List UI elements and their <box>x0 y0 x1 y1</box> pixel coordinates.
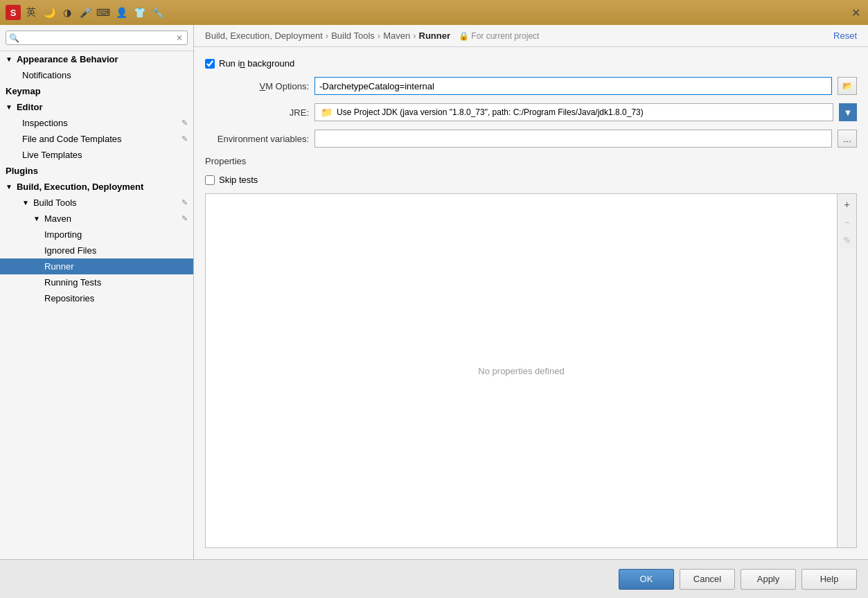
title-bar-icons: S 英 🌙 ◑ 🎤 ⌨ 👤 👕 🔧 <box>6 5 165 20</box>
breadcrumb-part1: Build, Execution, Deployment <box>205 30 323 41</box>
mic-icon[interactable]: 🎤 <box>78 5 93 20</box>
environment-variables-input[interactable] <box>315 130 832 148</box>
breadcrumb-current: Runner <box>419 30 451 41</box>
sidebar-item-build-tools-label: Build Tools <box>33 197 77 208</box>
sidebar-item-build-execution[interactable]: ▼ Build, Execution, Deployment <box>0 179 193 195</box>
vm-options-input[interactable]: -DarchetypeCatalog=internal <box>315 77 832 95</box>
sidebar-item-maven-label: Maven <box>44 213 71 224</box>
jre-row: JRE: 📁 Use Project JDK (java version "1.… <box>205 103 857 121</box>
sidebar-item-file-code-templates[interactable]: File and Code Templates ✎ <box>0 131 193 147</box>
environment-variables-more-button[interactable]: … <box>838 130 857 148</box>
jre-dropdown-arrow[interactable]: ▼ <box>839 103 857 121</box>
search-input-wrap: 🔍 maven ✕ <box>6 30 188 45</box>
sidebar-item-keymap-label: Keymap <box>6 86 41 96</box>
breadcrumb-sep3: › <box>413 30 416 41</box>
shirt-icon[interactable]: 👕 <box>132 5 147 20</box>
sidebar-item-importing-label: Importing <box>44 229 82 240</box>
jre-label: JRE: <box>205 107 309 118</box>
close-button[interactable]: ✕ <box>849 6 862 19</box>
sidebar-item-notifications[interactable]: Notifications <box>0 67 193 83</box>
search-clear-button[interactable]: ✕ <box>175 33 184 43</box>
properties-content: No properties defined <box>206 194 837 547</box>
properties-title: Properties <box>205 156 857 166</box>
expand-arrow-maven: ▼ <box>33 215 40 222</box>
run-in-background-checkbox[interactable] <box>205 59 215 69</box>
ok-button[interactable]: OK <box>619 569 674 590</box>
lang-icon[interactable]: 英 <box>24 5 39 20</box>
environment-variables-row: Environment variables: … <box>205 130 857 148</box>
right-content: Run in background VM Options: -Darchetyp… <box>194 47 868 559</box>
jre-select[interactable]: 📁 Use Project JDK (java version "1.8.0_7… <box>315 103 833 121</box>
sidebar-item-plugins-label: Plugins <box>6 166 38 176</box>
left-panel: 🔍 maven ✕ ▼ Appearance & Behavior Notifi… <box>0 25 194 559</box>
sidebar-item-runner[interactable]: Runner <box>0 258 193 274</box>
add-icon: + <box>844 199 849 210</box>
sidebar-item-live-templates[interactable]: Live Templates <box>0 147 193 163</box>
right-header: Build, Execution, Deployment › Build Too… <box>194 25 868 47</box>
sidebar-item-appearance-label: Appearance & Behavior <box>17 54 118 64</box>
user-icon[interactable]: 👤 <box>114 5 129 20</box>
sidebar-item-runner-label: Runner <box>44 261 74 272</box>
breadcrumb-part2: Build Tools <box>331 30 375 41</box>
edit-icon-build-tools: ✎ <box>181 198 188 207</box>
dialog-content: 🔍 maven ✕ ▼ Appearance & Behavior Notifi… <box>0 25 868 559</box>
reset-link[interactable]: Reset <box>833 30 857 41</box>
sidebar-item-ignored-files[interactable]: Ignored Files <box>0 243 193 258</box>
help-button[interactable]: Help <box>801 569 857 590</box>
breadcrumb-part3: Maven <box>383 30 410 41</box>
edit-property-button[interactable]: ✎ <box>840 233 855 248</box>
bottom-bar: OK Cancel Apply Help <box>0 559 868 598</box>
app-icon-s: S <box>6 5 21 20</box>
properties-section: Properties <box>205 156 857 166</box>
breadcrumb-note: 🔒 For current project <box>459 31 539 41</box>
skip-tests-checkbox[interactable] <box>205 175 215 185</box>
sidebar-item-notifications-label: Notifications <box>22 70 71 80</box>
sidebar-item-inspections[interactable]: Inspections ✎ <box>0 115 193 131</box>
sidebar-item-keymap[interactable]: Keymap <box>0 83 193 99</box>
sidebar-item-repositories[interactable]: Repositories <box>0 290 193 306</box>
add-property-button[interactable]: + <box>840 197 855 212</box>
run-in-background-label: Run in background <box>219 58 294 69</box>
search-box: 🔍 maven ✕ <box>0 25 193 51</box>
vm-options-label: VM Options: <box>205 81 309 91</box>
dialog-body: 🔍 maven ✕ ▼ Appearance & Behavior Notifi… <box>0 25 868 598</box>
breadcrumb-sep2: › <box>378 30 380 41</box>
sidebar-item-plugins[interactable]: Plugins <box>0 163 193 179</box>
sidebar-item-build-execution-label: Build, Execution, Deployment <box>17 182 143 192</box>
skip-tests-row: Skip tests <box>205 175 857 185</box>
dropdown-arrow-icon: ▼ <box>844 107 853 118</box>
circle-icon[interactable]: ◑ <box>60 5 75 20</box>
sidebar-item-live-templates-label: Live Templates <box>22 150 82 160</box>
moon-icon[interactable]: 🌙 <box>42 5 57 20</box>
sidebar-item-editor[interactable]: ▼ Editor <box>0 99 193 115</box>
search-icon: 🔍 <box>9 33 19 43</box>
breadcrumb-sep1: › <box>326 30 328 41</box>
sidebar-item-build-tools[interactable]: ▼ Build Tools ✎ <box>0 195 193 211</box>
cancel-button[interactable]: Cancel <box>680 569 735 590</box>
sidebar-item-file-code-templates-label: File and Code Templates <box>22 134 122 144</box>
remove-property-button[interactable]: − <box>840 215 855 230</box>
run-underline: n <box>240 58 245 69</box>
edit-icon-maven: ✎ <box>181 214 188 223</box>
tools-icon[interactable]: 🔧 <box>150 5 165 20</box>
more-icon: … <box>843 134 852 144</box>
edit-icon-file-templates: ✎ <box>181 134 188 143</box>
skip-tests-label: Skip tests <box>219 175 258 185</box>
sidebar-item-maven[interactable]: ▼ Maven ✎ <box>0 211 193 227</box>
edit-icon-inspections: ✎ <box>181 118 188 127</box>
expand-arrow-editor: ▼ <box>6 103 12 111</box>
sidebar-item-appearance[interactable]: ▼ Appearance & Behavior <box>0 51 193 67</box>
vm-options-browse-button[interactable]: 📂 <box>838 77 857 95</box>
sidebar-item-running-tests-label: Running Tests <box>44 277 101 288</box>
breadcrumb: Build, Execution, Deployment › Build Too… <box>205 30 539 41</box>
sidebar-item-running-tests[interactable]: Running Tests <box>0 274 193 290</box>
apply-button[interactable]: Apply <box>741 569 796 590</box>
properties-toolbar: + − ✎ <box>837 194 856 547</box>
jre-folder-icon: 📁 <box>321 107 333 118</box>
right-panel: Build, Execution, Deployment › Build Too… <box>194 25 868 559</box>
sidebar-item-importing[interactable]: Importing <box>0 227 193 243</box>
search-input[interactable]: maven <box>22 33 175 43</box>
no-properties-message: No properties defined <box>478 366 564 376</box>
keyboard-icon[interactable]: ⌨ <box>96 5 111 20</box>
vm-options-row: VM Options: -DarchetypeCatalog=internal … <box>205 77 857 95</box>
